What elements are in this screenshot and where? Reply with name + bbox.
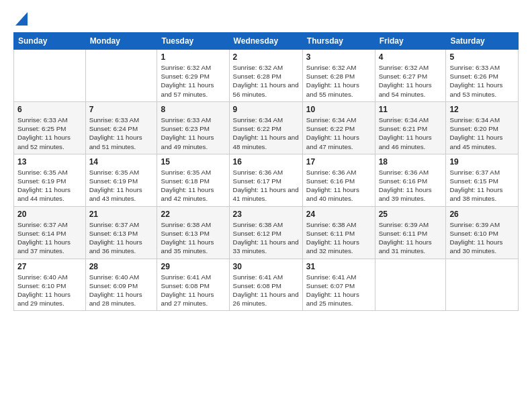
day-cell	[14, 50, 86, 102]
day-info: Sunrise: 6:35 AM Sunset: 6:18 PM Dayligh…	[161, 168, 225, 203]
day-cell: 28Sunrise: 6:40 AM Sunset: 6:09 PM Dayli…	[85, 259, 157, 311]
day-info: Sunrise: 6:37 AM Sunset: 6:13 PM Dayligh…	[89, 220, 154, 256]
day-number: 2	[233, 52, 299, 62]
day-number: 10	[306, 105, 371, 114]
day-number: 19	[449, 157, 515, 167]
day-info: Sunrise: 6:41 AM Sunset: 6:08 PM Dayligh…	[161, 273, 225, 308]
day-number: 25	[379, 210, 443, 219]
day-cell: 23Sunrise: 6:38 AM Sunset: 6:12 PM Dayli…	[229, 206, 302, 259]
day-cell: 4Sunrise: 6:32 AM Sunset: 6:27 PM Daylig…	[375, 50, 446, 102]
day-info: Sunrise: 6:34 AM Sunset: 6:22 PM Dayligh…	[233, 116, 299, 151]
day-cell: 30Sunrise: 6:41 AM Sunset: 6:08 PM Dayli…	[229, 259, 302, 311]
day-cell: 13Sunrise: 6:35 AM Sunset: 6:19 PM Dayli…	[14, 154, 86, 206]
calendar-table: SundayMondayTuesdayWednesdayThursdayFrid…	[13, 32, 519, 311]
day-number: 26	[449, 210, 515, 219]
day-number: 11	[379, 105, 443, 114]
day-cell: 10Sunrise: 6:34 AM Sunset: 6:22 PM Dayli…	[302, 101, 375, 154]
day-info: Sunrise: 6:33 AM Sunset: 6:25 PM Dayligh…	[17, 116, 82, 151]
day-cell: 29Sunrise: 6:41 AM Sunset: 6:08 PM Dayli…	[157, 259, 229, 311]
weekday-header-sunday: Sunday	[14, 33, 86, 50]
day-info: Sunrise: 6:40 AM Sunset: 6:10 PM Dayligh…	[17, 273, 82, 308]
day-info: Sunrise: 6:34 AM Sunset: 6:22 PM Dayligh…	[306, 116, 371, 151]
day-cell: 22Sunrise: 6:38 AM Sunset: 6:13 PM Dayli…	[157, 206, 229, 259]
weekday-header-wednesday: Wednesday	[229, 33, 302, 50]
day-info: Sunrise: 6:38 AM Sunset: 6:12 PM Dayligh…	[233, 220, 299, 256]
svg-marker-0	[15, 12, 28, 26]
day-info: Sunrise: 6:32 AM Sunset: 6:28 PM Dayligh…	[233, 63, 299, 99]
day-number: 23	[233, 210, 299, 219]
day-cell: 24Sunrise: 6:38 AM Sunset: 6:11 PM Dayli…	[302, 206, 375, 259]
day-number: 9	[233, 105, 299, 114]
day-cell: 27Sunrise: 6:40 AM Sunset: 6:10 PM Dayli…	[14, 259, 86, 311]
header	[13, 12, 519, 26]
day-info: Sunrise: 6:33 AM Sunset: 6:23 PM Dayligh…	[161, 116, 225, 151]
day-info: Sunrise: 6:33 AM Sunset: 6:26 PM Dayligh…	[449, 63, 515, 99]
day-number: 28	[89, 262, 154, 271]
day-info: Sunrise: 6:35 AM Sunset: 6:19 PM Dayligh…	[17, 168, 82, 203]
weekday-header-row: SundayMondayTuesdayWednesdayThursdayFrid…	[14, 33, 519, 50]
weekday-header-thursday: Thursday	[302, 33, 375, 50]
day-info: Sunrise: 6:36 AM Sunset: 6:16 PM Dayligh…	[306, 168, 371, 203]
day-cell: 11Sunrise: 6:34 AM Sunset: 6:21 PM Dayli…	[375, 101, 446, 154]
day-info: Sunrise: 6:32 AM Sunset: 6:28 PM Dayligh…	[306, 63, 371, 99]
week-row-4: 20Sunrise: 6:37 AM Sunset: 6:14 PM Dayli…	[14, 206, 519, 259]
day-cell: 17Sunrise: 6:36 AM Sunset: 6:16 PM Dayli…	[302, 154, 375, 206]
day-info: Sunrise: 6:36 AM Sunset: 6:16 PM Dayligh…	[379, 168, 443, 203]
day-number: 21	[89, 210, 154, 219]
day-info: Sunrise: 6:34 AM Sunset: 6:20 PM Dayligh…	[449, 116, 515, 151]
day-number: 17	[306, 157, 371, 167]
day-number: 13	[17, 157, 82, 167]
day-cell: 1Sunrise: 6:32 AM Sunset: 6:29 PM Daylig…	[157, 50, 229, 102]
day-info: Sunrise: 6:33 AM Sunset: 6:24 PM Dayligh…	[89, 116, 154, 151]
day-info: Sunrise: 6:38 AM Sunset: 6:11 PM Dayligh…	[306, 220, 371, 256]
weekday-header-saturday: Saturday	[446, 33, 519, 50]
day-cell: 8Sunrise: 6:33 AM Sunset: 6:23 PM Daylig…	[157, 101, 229, 154]
day-number: 16	[233, 157, 299, 167]
weekday-header-friday: Friday	[375, 33, 446, 50]
day-cell: 18Sunrise: 6:36 AM Sunset: 6:16 PM Dayli…	[375, 154, 446, 206]
day-info: Sunrise: 6:36 AM Sunset: 6:17 PM Dayligh…	[233, 168, 299, 203]
day-cell: 2Sunrise: 6:32 AM Sunset: 6:28 PM Daylig…	[229, 50, 302, 102]
page: SundayMondayTuesdayWednesdayThursdayFrid…	[0, 0, 532, 411]
day-number: 20	[17, 210, 82, 219]
week-row-2: 6Sunrise: 6:33 AM Sunset: 6:25 PM Daylig…	[14, 101, 519, 154]
day-info: Sunrise: 6:32 AM Sunset: 6:29 PM Dayligh…	[161, 63, 225, 99]
logo-icon	[15, 12, 28, 26]
day-cell: 16Sunrise: 6:36 AM Sunset: 6:17 PM Dayli…	[229, 154, 302, 206]
day-info: Sunrise: 6:39 AM Sunset: 6:11 PM Dayligh…	[379, 220, 443, 256]
day-cell: 15Sunrise: 6:35 AM Sunset: 6:18 PM Dayli…	[157, 154, 229, 206]
day-info: Sunrise: 6:38 AM Sunset: 6:13 PM Dayligh…	[161, 220, 225, 256]
day-cell: 21Sunrise: 6:37 AM Sunset: 6:13 PM Dayli…	[85, 206, 157, 259]
day-cell: 25Sunrise: 6:39 AM Sunset: 6:11 PM Dayli…	[375, 206, 446, 259]
day-cell: 26Sunrise: 6:39 AM Sunset: 6:10 PM Dayli…	[446, 206, 519, 259]
day-info: Sunrise: 6:39 AM Sunset: 6:10 PM Dayligh…	[449, 220, 515, 256]
day-number: 29	[161, 262, 225, 271]
day-cell: 19Sunrise: 6:37 AM Sunset: 6:15 PM Dayli…	[446, 154, 519, 206]
day-number: 6	[17, 105, 82, 114]
day-cell: 3Sunrise: 6:32 AM Sunset: 6:28 PM Daylig…	[302, 50, 375, 102]
day-cell: 6Sunrise: 6:33 AM Sunset: 6:25 PM Daylig…	[14, 101, 86, 154]
day-number: 3	[306, 52, 371, 62]
day-number: 8	[161, 105, 225, 114]
day-number: 4	[379, 52, 443, 62]
day-cell: 20Sunrise: 6:37 AM Sunset: 6:14 PM Dayli…	[14, 206, 86, 259]
day-number: 14	[89, 157, 154, 167]
weekday-header-tuesday: Tuesday	[157, 33, 229, 50]
day-number: 15	[161, 157, 225, 167]
day-number: 31	[306, 262, 371, 271]
day-number: 30	[233, 262, 299, 271]
day-cell	[85, 50, 157, 102]
day-number: 24	[306, 210, 371, 219]
day-number: 5	[449, 52, 515, 62]
day-cell: 14Sunrise: 6:35 AM Sunset: 6:19 PM Dayli…	[85, 154, 157, 206]
day-info: Sunrise: 6:41 AM Sunset: 6:08 PM Dayligh…	[233, 273, 299, 308]
logo	[13, 12, 28, 26]
day-number: 18	[379, 157, 443, 167]
day-cell: 31Sunrise: 6:41 AM Sunset: 6:07 PM Dayli…	[302, 259, 375, 311]
day-number: 1	[161, 52, 225, 62]
day-cell: 7Sunrise: 6:33 AM Sunset: 6:24 PM Daylig…	[85, 101, 157, 154]
day-cell	[375, 259, 446, 311]
weekday-header-monday: Monday	[85, 33, 157, 50]
day-info: Sunrise: 6:32 AM Sunset: 6:27 PM Dayligh…	[379, 63, 443, 99]
day-info: Sunrise: 6:37 AM Sunset: 6:14 PM Dayligh…	[17, 220, 82, 256]
